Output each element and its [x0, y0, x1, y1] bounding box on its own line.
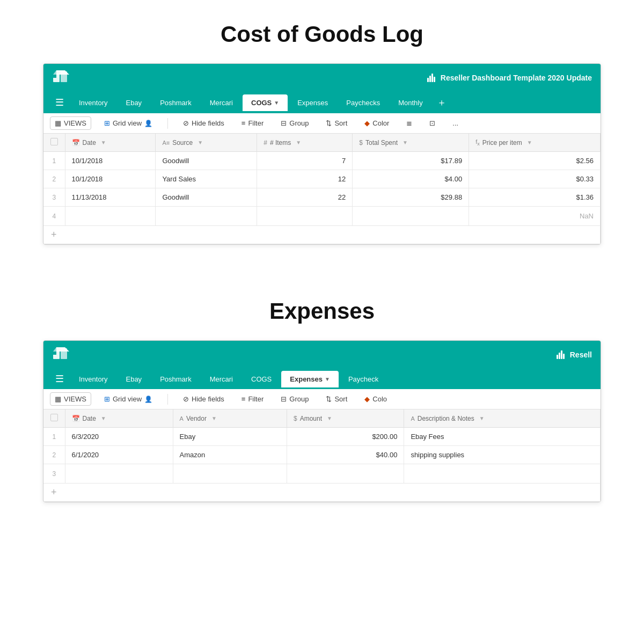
cogs-color-button[interactable]: ◆ Color	[360, 117, 393, 129]
cogs-row3-items[interactable]: 22	[257, 188, 353, 207]
exp-row2-date[interactable]: 6/1/2020	[65, 446, 173, 464]
expenses-tab-paycheck[interactable]: Paycheck	[340, 371, 383, 387]
svg-marker-3	[56, 70, 69, 75]
expenses-views-label: VIEWS	[64, 395, 86, 403]
cogs-row1-total[interactable]: $17.89	[353, 152, 469, 170]
cogs-row4-date[interactable]	[65, 207, 156, 226]
cogs-row3-date[interactable]: 11/13/2018	[65, 188, 156, 207]
cogs-hide-fields-label: Hide fields	[192, 119, 224, 127]
expenses-hide-fields-button[interactable]: ⊘ Hide fields	[179, 393, 229, 405]
cogs-hide-fields-button[interactable]: ⊘ Hide fields	[179, 117, 229, 129]
cogs-sort-button[interactable]: ⇅ Sort	[321, 117, 352, 129]
exp-row1-date[interactable]: 6/3/2020	[65, 428, 173, 446]
exp-row3-date[interactable]	[65, 464, 173, 484]
cogs-row1-price[interactable]: $2.56	[469, 152, 601, 170]
exp-row3-vendor[interactable]	[173, 464, 287, 484]
exp-row1-vendor[interactable]: Ebay	[173, 428, 287, 446]
cogs-row2-items[interactable]: 12	[257, 170, 353, 188]
cogs-tab-monthly[interactable]: Monthly	[390, 94, 431, 111]
expenses-select-all-checkbox[interactable]	[50, 414, 58, 421]
expenses-color-button[interactable]: ◆ Colo	[360, 393, 391, 405]
expenses-col-date[interactable]: 📅 Date ▼	[65, 409, 173, 428]
expenses-tab-inventory[interactable]: Inventory	[70, 371, 116, 387]
expenses-tab-cogs[interactable]: COGS	[243, 371, 280, 387]
cogs-grid-view-button[interactable]: ⊞ Grid view 👤	[100, 117, 157, 129]
cogs-hamburger-icon[interactable]: ☰	[50, 92, 69, 113]
cogs-col-checkbox[interactable]	[43, 134, 65, 152]
expenses-tab-ebay[interactable]: Ebay	[117, 371, 150, 387]
cogs-row4-items[interactable]	[257, 207, 353, 226]
date-col-icon: 📅	[72, 139, 80, 147]
cogs-tab-cogs[interactable]: COGS ▼	[243, 94, 288, 111]
exp-add-row-plus[interactable]: +	[43, 484, 601, 502]
cogs-toolbar-sep1	[167, 118, 168, 129]
cogs-tab-inventory[interactable]: Inventory	[70, 94, 116, 111]
select-all-checkbox[interactable]	[50, 138, 58, 145]
cogs-filter-button[interactable]: ≡ Filter	[237, 117, 268, 129]
row-num-1: 1	[43, 152, 65, 170]
cogs-col-items[interactable]: # # Items ▼	[257, 134, 353, 152]
expenses-sort-button[interactable]: ⇅ Sort	[321, 393, 352, 405]
cogs-row4-source[interactable]	[156, 207, 257, 226]
expenses-logo	[52, 346, 69, 363]
cogs-row2-date[interactable]: 10/1/2018	[65, 170, 156, 188]
cogs-row3-price[interactable]: $1.36	[469, 188, 601, 207]
cogs-add-tab-icon[interactable]: ＋	[433, 92, 451, 113]
exp-row2-vendor[interactable]: Amazon	[173, 446, 287, 464]
exp-row1-amount[interactable]: $200.00	[287, 428, 404, 446]
cogs-tab-ebay[interactable]: Ebay	[117, 94, 150, 111]
cogs-tab-mercari[interactable]: Mercari	[201, 94, 241, 111]
exp-row1-notes[interactable]: Ebay Fees	[404, 428, 601, 446]
expenses-views-button[interactable]: ▦ VIEWS	[50, 392, 91, 406]
expenses-date-col-label: Date	[83, 415, 96, 422]
expenses-tab-expenses[interactable]: Expenses ▼	[281, 371, 339, 387]
cogs-share-button[interactable]: ⊡	[425, 117, 440, 129]
section-spacer	[43, 277, 601, 298]
expenses-grid-view-button[interactable]: ⊞ Grid view 👤	[100, 393, 157, 405]
add-row-plus[interactable]: +	[43, 226, 601, 244]
cogs-row3-source[interactable]: Goodwill	[156, 188, 257, 207]
cogs-tab-expenses[interactable]: Expenses	[289, 94, 336, 111]
cogs-row2-total[interactable]: $4.00	[353, 170, 469, 188]
cogs-views-button[interactable]: ▦ VIEWS	[50, 116, 91, 130]
add-row[interactable]: +	[43, 484, 601, 502]
expenses-col-checkbox[interactable]	[43, 409, 65, 428]
expenses-hamburger-icon[interactable]: ☰	[50, 369, 69, 389]
table-row: 3 11/13/2018 Goodwill 22 $29.88 $1.36	[43, 188, 601, 207]
cogs-row1-items[interactable]: 7	[257, 152, 353, 170]
cogs-group-button[interactable]: ⊟ Group	[276, 117, 313, 129]
exp-row3-notes[interactable]	[404, 464, 601, 484]
exp-row2-notes[interactable]: shipping supplies	[404, 446, 601, 464]
expenses-group-button[interactable]: ⊟ Group	[276, 393, 313, 405]
cogs-tab-paychecks[interactable]: Paychecks	[338, 94, 389, 111]
expenses-tab-poshmark[interactable]: Poshmark	[151, 371, 200, 387]
exp-row2-amount[interactable]: $40.00	[287, 446, 404, 464]
expenses-chart-icon	[557, 350, 565, 359]
cogs-col-total[interactable]: $ Total Spent ▼	[353, 134, 469, 152]
expenses-col-vendor[interactable]: A Vendor ▼	[173, 409, 287, 428]
cogs-row3-total[interactable]: $29.88	[353, 188, 469, 207]
cogs-col-source[interactable]: A≡ Source ▼	[156, 134, 257, 152]
cogs-row1-source[interactable]: Goodwill	[156, 152, 257, 170]
cogs-more-button[interactable]: ...	[448, 117, 463, 129]
cogs-row2-source[interactable]: Yard Sales	[156, 170, 257, 188]
cogs-col-price[interactable]: fx Price per item ▼	[469, 134, 601, 152]
cogs-tab-poshmark[interactable]: Poshmark	[151, 94, 200, 111]
cogs-items-col-label: # Items	[270, 139, 291, 147]
cogs-col-date[interactable]: 📅 Date ▼	[65, 134, 156, 152]
expenses-date-caret: ▼	[101, 415, 106, 421]
add-row[interactable]: +	[43, 226, 601, 244]
cogs-row4-total[interactable]	[353, 207, 469, 226]
expenses-col-amount[interactable]: $ Amount ▼	[287, 409, 404, 428]
exp-row3-amount[interactable]	[287, 464, 404, 484]
expenses-tab-mercari[interactable]: Mercari	[201, 371, 241, 387]
expenses-hide-fields-icon: ⊘	[183, 395, 189, 403]
cogs-rowheight-button[interactable]: ≣	[402, 117, 416, 129]
cogs-row2-price[interactable]: $0.33	[469, 170, 601, 188]
row-height-icon: ≣	[406, 119, 412, 127]
expenses-vendor-col-label: Vendor	[186, 415, 207, 422]
cogs-row1-date[interactable]: 10/1/2018	[65, 152, 156, 170]
expenses-col-notes[interactable]: A Description & Notes ▼	[404, 409, 601, 428]
expenses-grid-view-label: Grid view	[113, 395, 142, 403]
expenses-filter-button[interactable]: ≡ Filter	[237, 393, 268, 405]
